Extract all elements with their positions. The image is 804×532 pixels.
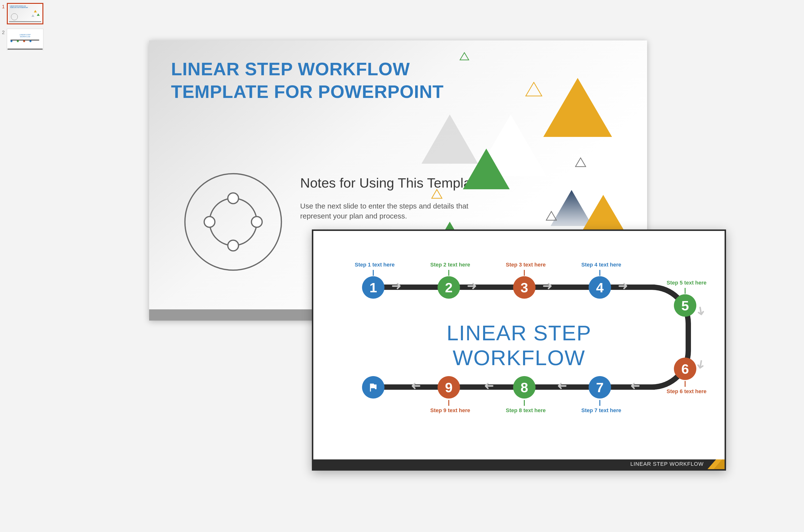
overlay-footer: LINEAR STEP WORKFLOW <box>313 459 725 469</box>
step-label-7[interactable]: Step 7 text here <box>581 407 621 414</box>
svg-marker-13 <box>463 149 510 189</box>
slide-canvas-overlay[interactable]: ➜ ➜ ➜ ➜ ➜ ➜ ➜ ➜ ➜ ➜ 1 2 3 4 5 6 7 8 9 St… <box>312 229 726 471</box>
svg-marker-2 <box>32 14 34 17</box>
workflow-track <box>367 285 657 290</box>
step-tick <box>448 400 449 406</box>
step-tick <box>685 288 686 294</box>
title-line-2: TEMPLATE FOR POWERPOINT <box>171 82 444 102</box>
arrow-right-icon: ➜ <box>391 279 401 293</box>
step-label-1[interactable]: Step 1 text here <box>355 262 395 268</box>
flag-icon <box>368 382 379 393</box>
step-tick <box>448 270 449 276</box>
thumbnail-preview: LINEAR STEP WORKFLOWTEMPLATE FOR POWERPO… <box>7 3 43 24</box>
step-node-5[interactable]: 5 <box>674 294 696 317</box>
arrow-right-icon: ➜ <box>618 279 628 293</box>
svg-marker-15 <box>432 190 442 198</box>
arrow-right-icon: ➜ <box>467 279 477 293</box>
workflow-track <box>367 384 657 390</box>
flag-end-node[interactable] <box>362 376 385 399</box>
triangle-decoration <box>546 211 557 221</box>
step-node-1[interactable]: 1 <box>362 276 385 299</box>
notes-heading[interactable]: Notes for Using This Template <box>300 175 482 191</box>
arrow-right-icon: ➜ <box>542 279 553 293</box>
overlay-footer-accent <box>708 459 725 469</box>
svg-marker-1 <box>37 13 40 16</box>
svg-marker-17 <box>580 195 627 235</box>
overlay-footer-text: LINEAR STEP WORKFLOW <box>630 461 704 467</box>
title-line-1: LINEAR STEP WORKFLOW <box>171 59 410 79</box>
thumbnail-number: 1 <box>2 3 7 10</box>
step-tick <box>373 270 374 276</box>
step-label-3[interactable]: Step 3 text here <box>506 262 546 268</box>
svg-point-6 <box>228 240 239 251</box>
arrow-left-icon: ➜ <box>411 379 421 393</box>
svg-marker-10 <box>543 78 612 137</box>
svg-point-3 <box>185 174 281 270</box>
step-label-2[interactable]: Step 2 text here <box>430 262 470 268</box>
svg-marker-18 <box>546 211 557 220</box>
step-node-8[interactable]: 8 <box>513 376 536 399</box>
step-tick <box>599 400 600 406</box>
step-label-4[interactable]: Step 4 text here <box>581 262 621 268</box>
step-node-4[interactable]: 4 <box>588 276 611 299</box>
step-node-7[interactable]: 7 <box>588 376 611 399</box>
step-node-6[interactable]: 6 <box>674 358 696 380</box>
notes-body[interactable]: Use the next slide to enter the steps an… <box>300 201 500 221</box>
step-tick <box>524 400 525 406</box>
step-node-2[interactable]: 2 <box>437 276 460 299</box>
triangle-decoration <box>431 189 443 199</box>
step-label-6[interactable]: Step 6 text here <box>667 388 707 395</box>
svg-marker-8 <box>460 53 469 60</box>
cycle-icon[interactable] <box>183 172 283 272</box>
step-node-3[interactable]: 3 <box>513 276 536 299</box>
svg-marker-9 <box>526 82 542 96</box>
svg-point-5 <box>251 216 262 227</box>
step-tick <box>685 381 686 387</box>
arrow-left-icon: ➜ <box>484 379 494 393</box>
step-label-8[interactable]: Step 8 text here <box>506 407 546 414</box>
step-tick <box>524 270 525 276</box>
thumbnail-preview: LINEAR STEPWORKFLOW <box>7 29 43 50</box>
arrow-left-icon: ➜ <box>630 379 640 393</box>
thumbnail-number: 2 <box>2 29 7 35</box>
thumbnail-panel: 1 LINEAR STEP WORKFLOWTEMPLATE FOR POWER… <box>0 0 58 532</box>
triangle-decoration <box>575 157 586 167</box>
slide-title[interactable]: LINEAR STEP WORKFLOW TEMPLATE FOR POWERP… <box>171 58 444 103</box>
step-node-9[interactable]: 9 <box>437 376 460 399</box>
step-label-9[interactable]: Step 9 text here <box>430 407 470 414</box>
thumbnail-slide-2[interactable]: 2 LINEAR STEPWORKFLOW <box>2 29 57 50</box>
svg-point-4 <box>228 193 239 204</box>
triangle-decoration <box>542 77 613 138</box>
step-label-5[interactable]: Step 5 text here <box>667 280 707 286</box>
svg-marker-14 <box>576 158 586 167</box>
thumbnail-slide-1[interactable]: 1 LINEAR STEP WORKFLOWTEMPLATE FOR POWER… <box>2 3 57 24</box>
triangle-decoration <box>460 52 469 60</box>
svg-marker-0 <box>34 10 37 13</box>
triangle-decoration <box>462 148 511 190</box>
triangle-decoration <box>525 82 542 96</box>
step-tick <box>599 270 600 276</box>
arrow-left-icon: ➜ <box>557 379 567 393</box>
svg-point-7 <box>204 216 215 227</box>
overlay-center-title[interactable]: LINEAR STEP WORKFLOW <box>447 321 591 370</box>
